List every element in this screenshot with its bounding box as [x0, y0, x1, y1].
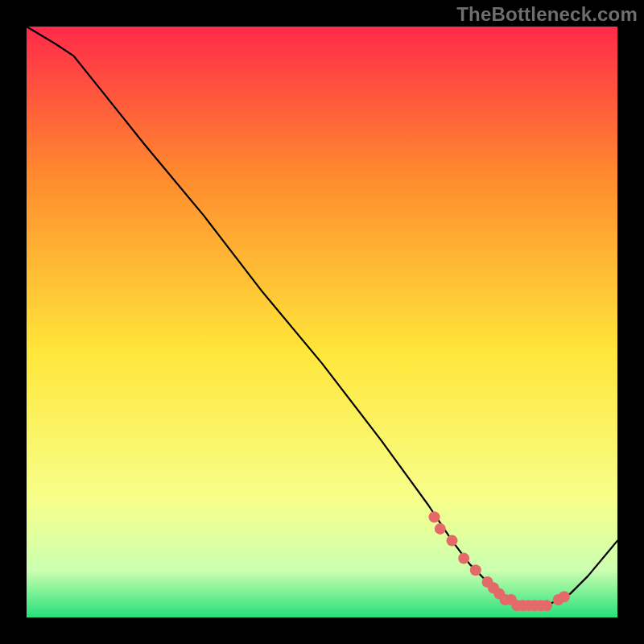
- highlight-marker: [458, 553, 469, 564]
- highlight-marker: [559, 591, 570, 602]
- chart-stage: TheBottleneck.com: [0, 0, 644, 644]
- gradient-background: [27, 27, 617, 617]
- highlight-marker: [435, 523, 446, 535]
- highlight-marker: [541, 600, 552, 611]
- highlight-marker: [429, 511, 440, 522]
- chart-svg: [0, 0, 644, 644]
- highlight-marker: [447, 535, 458, 547]
- highlight-marker: [470, 564, 481, 576]
- watermark-text: TheBottleneck.com: [456, 3, 638, 26]
